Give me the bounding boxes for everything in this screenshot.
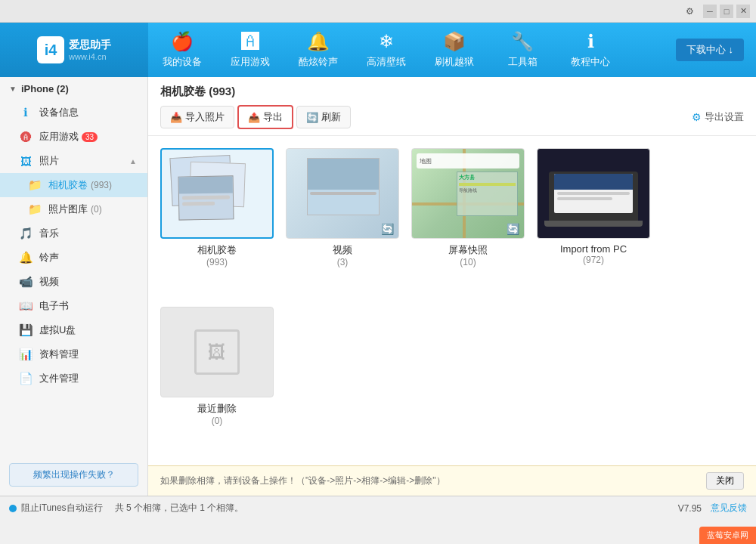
album-count-recently-deleted: (0) [212,416,223,426]
sidebar-item-music[interactable]: 🎵 音乐 [0,221,147,246]
bell-icon: 🔔 [18,251,33,264]
content-title: 相机胶卷 (993) [160,85,744,99]
sidebar-item-file-mgmt[interactable]: 📄 文件管理 [0,366,147,391]
expand-arrow-icon: ▼ [9,85,17,93]
sidebar-apps-label: 应用游戏 [39,130,79,144]
album-card-video[interactable]: 🔄 视频 (3) [286,148,399,295]
album-thumb-video: 🔄 [286,148,399,239]
status-indicator [9,505,17,512]
nav-tools-label: 工具箱 [508,55,538,69]
sidebar-footer: 频繁出现操作失败？ [0,454,147,496]
sidebar-subitem-camera-roll[interactable]: 📁 相机胶卷 (993) [0,173,147,197]
udisk-icon: 💾 [18,323,33,337]
sidebar-subitem-photo-library[interactable]: 📁 照片图库 (0) [0,197,147,221]
sidebar-ringtone-label: 铃声 [39,251,59,264]
info-circle-icon: ℹ [18,106,33,119]
export-icon: 📤 [248,112,260,123]
watermark: 蓝莓安卓网 [699,527,756,544]
nav-bar: 🍎 我的设备 🅰 应用游戏 🔔 酷炫铃声 ❄ 高清壁纸 📦 刷机越狱 🔧 工具箱… [148,23,676,77]
album-name-recently-deleted: 最近删除 [197,402,237,416]
download-button[interactable]: 下载中心 ↓ [676,39,744,61]
album-thumb-recently-deleted: 🖼 [160,307,274,397]
content-header: 相机胶卷 (993) 📥 导入照片 📤 导出 🔄 刷新 [148,77,756,136]
nav-tools[interactable]: 🔧 工具箱 [488,23,556,77]
gear-icon: ⚙ [692,111,702,123]
nav-ringtone-label: 酷炫铃声 [299,55,338,69]
camera-roll-count: (993) [91,180,112,190]
album-card-recently-deleted[interactable]: 🖼 最近删除 (0) [160,307,274,453]
export-btn-label: 导出 [263,110,283,124]
import-btn-label: 导入照片 [185,110,225,124]
sidebar-device-header[interactable]: ▼ iPhone (2) [0,77,147,100]
jailbreak-icon: 📦 [443,31,466,52]
feedback-link[interactable]: 意见反馈 [711,502,747,515]
tutorial-icon: ℹ [587,31,594,52]
faq-button[interactable]: 频繁出现操作失败？ [9,463,138,487]
sidebar-camera-roll-label: 相机胶卷 [48,178,88,192]
logo-name: 爱思助手 [69,39,111,52]
logo-url: www.i4.cn [69,52,111,61]
maximize-button[interactable]: □ [720,5,733,18]
nav-wallpaper[interactable]: ❄ 高清壁纸 [352,23,420,77]
book-icon: 📖 [18,299,33,313]
export-settings-button[interactable]: ⚙ 导出设置 [692,110,744,124]
screenshot-refresh-icon: 🔄 [507,223,519,235]
refresh-icon: 🔄 [306,112,318,123]
file-icon: 📄 [18,372,33,385]
nav-my-device[interactable]: 🍎 我的设备 [148,23,216,77]
sidebar-item-udisk[interactable]: 💾 虚拟U盘 [0,318,147,342]
sidebar-photo-library-label: 照片图库 [48,202,88,216]
sidebar-item-device-info[interactable]: ℹ 设备信息 [0,100,147,125]
album-stats: 共 5 个相簿，已选中 1 个相簿。 [115,502,244,515]
logo-area: i4 爱思助手 www.i4.cn [0,23,148,77]
nav-tutorial[interactable]: ℹ 教程中心 [556,23,624,77]
export-button[interactable]: 📤 导出 [237,105,293,129]
nav-ringtone[interactable]: 🔔 酷炫铃声 [284,23,352,77]
sidebar-photos-label: 照片 [39,154,59,168]
sidebar-video-label: 视频 [39,275,59,289]
content-area: 相机胶卷 (993) 📥 导入照片 📤 导出 🔄 刷新 [148,77,756,496]
data-icon: 📊 [18,348,33,361]
itunes-status: 阻止iTunes自动运行 [9,502,103,515]
folder2-icon: 📁 [27,202,42,216]
album-grid: 相机胶卷 (993) 🔄 视频 (3) [148,136,756,465]
nav-jailbreak[interactable]: 📦 刷机越狱 [420,23,488,77]
album-thumb-camera-roll [160,148,274,239]
album-card-screenshot[interactable]: 地图 大方县 导航路线 🔄 屏幕快照 (10) [411,148,525,295]
toolbar: 📥 导入照片 📤 导出 🔄 刷新 ⚙ 导出设置 [160,105,744,135]
sidebar-item-video[interactable]: 📹 视频 [0,270,147,294]
sidebar-item-photos[interactable]: 🖼 照片 ▲ [0,149,147,173]
sidebar-item-apps[interactable]: 🅐 应用游戏 33 [0,125,147,149]
nav-wallpaper-label: 高清壁纸 [367,55,406,69]
settings-icon: ⚙ [686,6,694,17]
album-thumb-screenshot: 地图 大方县 导航路线 🔄 [411,148,525,239]
nav-apps[interactable]: 🅰 应用游戏 [216,23,284,77]
refresh-button[interactable]: 🔄 刷新 [296,106,351,128]
close-button[interactable]: ✕ [736,5,750,18]
album-count-camera-roll: (993) [206,257,228,267]
sidebar-file-mgmt-label: 文件管理 [39,372,79,385]
refresh-indicator-icon: 🔄 [381,223,394,235]
video-sidebar-icon: 📹 [18,275,33,289]
sidebar-item-data-mgmt[interactable]: 📊 资料管理 [0,342,147,366]
album-name-screenshot: 屏幕快照 [448,243,488,257]
header: i4 爱思助手 www.i4.cn 🍎 我的设备 🅰 应用游戏 🔔 酷炫铃声 ❄… [0,23,756,77]
minimize-button[interactable]: ─ [703,5,717,18]
nav-tutorial-label: 教程中心 [571,55,610,69]
import-photos-button[interactable]: 📥 导入照片 [160,106,234,128]
sidebar-item-ringtone[interactable]: 🔔 铃声 [0,246,147,270]
album-card-camera-roll[interactable]: 相机胶卷 (993) [160,148,274,295]
album-count-screenshot: (10) [460,257,476,267]
titlebar: ⚙ ─ □ ✕ [0,0,756,23]
album-card-import-pc[interactable]: Import from PC (972) [537,148,650,295]
album-thumb-import-pc [537,148,650,239]
info-bar: 如果删除相簿，请到设备上操作！（"设备->照片->相簿->编辑->删除"） 关闭 [148,465,756,496]
maps-label: 地图 [420,157,432,165]
photos-icon: 🖼 [18,155,33,168]
nav-my-device-label: 我的设备 [163,55,202,69]
info-message: 如果删除相簿，请到设备上操作！（"设备->照片->相簿->编辑->删除"） [160,474,445,487]
info-close-button[interactable]: 关闭 [706,472,744,490]
album-name-camera-roll: 相机胶卷 [197,243,237,257]
sidebar-item-ebook[interactable]: 📖 电子书 [0,294,147,318]
itunes-label: 阻止iTunes自动运行 [21,502,103,515]
